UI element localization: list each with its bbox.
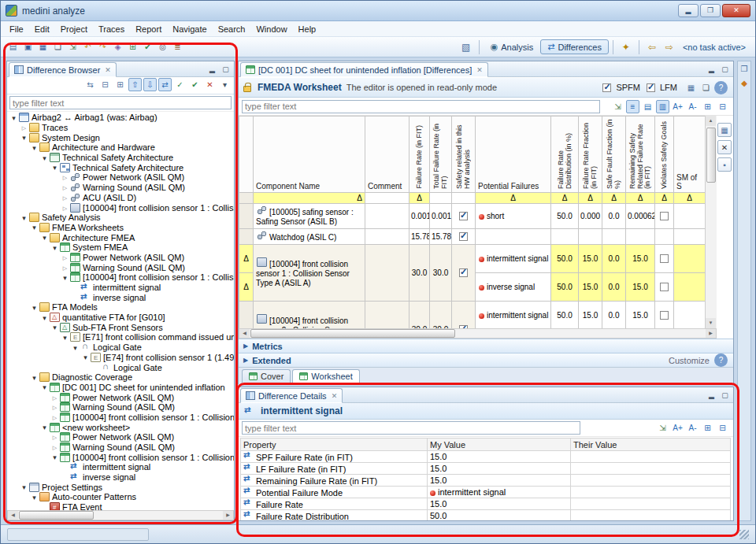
component-cell[interactable]: [100004] front collision sensor 1 : Coll… [254,245,365,302]
collapse-rows-icon[interactable]: ⊟ [716,100,729,113]
view-grid-icon[interactable]: ▦ [717,123,732,137]
column-header[interactable]: Their Value [571,439,731,451]
reject-difference-icon[interactable]: ✕ [203,78,217,91]
tree-item[interactable]: Auto-counter Patterns [7,492,234,502]
comment-cell[interactable] [365,204,410,229]
expander-icon[interactable] [50,242,59,253]
new-diagram-icon[interactable]: ◈ [111,40,124,54]
column-header[interactable]: Comment [365,117,410,193]
redo-icon[interactable]: ↷ [96,40,109,54]
collapse-rows-icon[interactable]: ⊟ [716,421,729,435]
tree-item[interactable]: Project Settings [7,482,234,492]
two-way-mode-icon[interactable]: ⇄ [158,78,172,91]
column-header[interactable]: Total Failure Rate (in FIT) [430,117,452,193]
pin-view-icon[interactable]: ▪ [717,157,732,172]
property-row[interactable]: SPF Failure Rate (in FIT)15.0 [241,451,731,463]
sm-cell[interactable] [674,245,706,273]
tab-dc-sheet[interactable]: [DC 001] DC sheet for unintended inflati… [240,62,488,77]
perspective-analysis-button[interactable]: ◉ Analysis [484,39,541,54]
safe-fault-cell[interactable]: 0.0 [602,204,626,229]
component-cell[interactable]: Watchdog (ASIL C) [254,229,365,245]
potential-failure-cell[interactable]: intermittent signal [476,302,551,329]
violates-cell[interactable] [655,302,674,329]
column-header[interactable]: Failure Rate Distribution (in %) [551,117,579,193]
menu-traces[interactable]: Traces [93,23,130,35]
tree-item[interactable]: Airbag2 ↔ Airbag1 (was: Airbag) [7,113,234,123]
expander-icon[interactable] [20,482,28,492]
expander-icon[interactable] [40,382,49,392]
property-row[interactable]: Remaining Failure Rate (in FIT)15.0 [241,475,731,487]
remaining-cell[interactable] [626,229,655,245]
tree-item[interactable]: <new worksheet> [7,422,234,432]
property-cell[interactable]: SPF Failure Rate (in FIT) [241,451,428,463]
horizontal-scrollbar[interactable]: ◀ ▶ [239,328,717,339]
tree-item[interactable]: Technical Safety Architecture [7,153,234,163]
task-forward-icon[interactable]: ⇨ [662,39,677,55]
fraction-cell[interactable]: 15.0 [579,273,602,302]
tab-difference-browser[interactable]: Difference Browser ✕ [9,62,117,77]
expander-icon[interactable] [30,142,39,153]
expander-icon[interactable] [40,153,49,163]
menu-report[interactable]: Report [130,23,167,35]
minimize-panel-icon[interactable]: ▂ [706,63,717,75]
tree-item[interactable]: ACU (ASIL D) [7,193,234,203]
menu-navigate[interactable]: Navigate [167,23,212,35]
sm-cell[interactable] [674,204,706,229]
tree-item[interactable]: [100004] front collision sensor 1 : Coll… [7,272,234,283]
tree-item[interactable]: quantitative FTA for [G010] [7,313,234,323]
fraction-cell[interactable]: 0.000 [579,204,602,229]
property-cell[interactable]: LF Failure Rate (in FIT) [241,463,428,475]
distribution-cell[interactable] [551,229,579,245]
tree-item[interactable]: Safety Analysis [7,213,234,223]
search-icon[interactable]: ◎ [156,40,169,54]
scroll-right-icon[interactable]: ▶ [706,329,716,338]
tree-item[interactable]: Warning Sound (ASIL QM) [7,262,234,272]
maximize-panel-icon[interactable]: ▢ [719,63,731,75]
worksheet-filter-input[interactable] [242,100,600,113]
my-value-cell[interactable]: 15.0 [428,451,571,463]
their-value-cell[interactable] [571,487,731,498]
lfm-checkbox[interactable] [647,83,655,92]
remaining-cell[interactable]: 0.000625 [626,204,655,229]
tree-item[interactable]: FTA Models [7,302,234,313]
violates-checkbox[interactable] [660,212,669,220]
sm-cell[interactable] [674,302,706,329]
tab-difference-details[interactable]: Difference Details ✕ [240,388,343,403]
safety-related-checkbox[interactable] [459,268,468,277]
tree-item[interactable]: inverse signal [7,292,234,302]
expander-icon[interactable] [81,352,90,362]
tree-item[interactable]: Warning Sound (ASIL QM) [7,183,234,193]
horizontal-scrollbar[interactable]: ◀ ▶ [7,510,234,520]
show-hierarchy-icon[interactable]: ≡ [626,100,639,113]
menu-window[interactable]: Window [250,23,292,35]
column-header[interactable]: SM of S [674,117,706,193]
comment-cell[interactable] [365,229,410,245]
expander-icon[interactable] [50,322,59,332]
maximize-panel-icon[interactable]: ▢ [220,63,232,75]
my-value-cell[interactable]: 15.0 [428,463,571,475]
component-cell[interactable]: [100005] safing sensor : Safing Sensor (… [254,204,365,229]
column-header[interactable]: Potential Failures [476,117,551,193]
menu-search[interactable]: Search [213,23,251,35]
table-layout-icon[interactable]: ▦ [684,81,698,94]
menu-edit[interactable]: Edit [29,23,55,35]
property-cell[interactable]: Remaining Failure Rate (in FIT) [241,475,428,487]
their-value-cell[interactable] [571,510,731,521]
expander-icon[interactable] [40,232,49,242]
tree-item[interactable]: System Design [7,132,234,142]
total-failure-rate-cell[interactable]: 30.0 [430,245,452,302]
check-model-icon[interactable]: ✔ [141,40,154,54]
metrics-section-bar[interactable]: ▶ Metrics [239,339,733,353]
tree-item[interactable]: intermittent signal [7,283,234,293]
expand-all-icon[interactable]: ⊞ [113,78,127,91]
violates-cell[interactable] [655,229,674,245]
help-icon[interactable]: ? [714,353,728,367]
worksheet-row[interactable]: Δ[100004] front collision sensor 1 : Col… [239,245,706,273]
safe-fault-cell[interactable] [602,229,626,245]
font-decrease-icon[interactable]: A- [686,421,699,435]
report-icon[interactable]: ≣ [171,40,184,54]
sm-cell[interactable] [674,273,706,302]
tree-item[interactable]: inverse signal [7,472,234,483]
minimize-panel-icon[interactable]: ▂ [706,389,717,401]
tree-item[interactable]: [100004] front collision sensor 1 : Coll… [7,452,234,462]
